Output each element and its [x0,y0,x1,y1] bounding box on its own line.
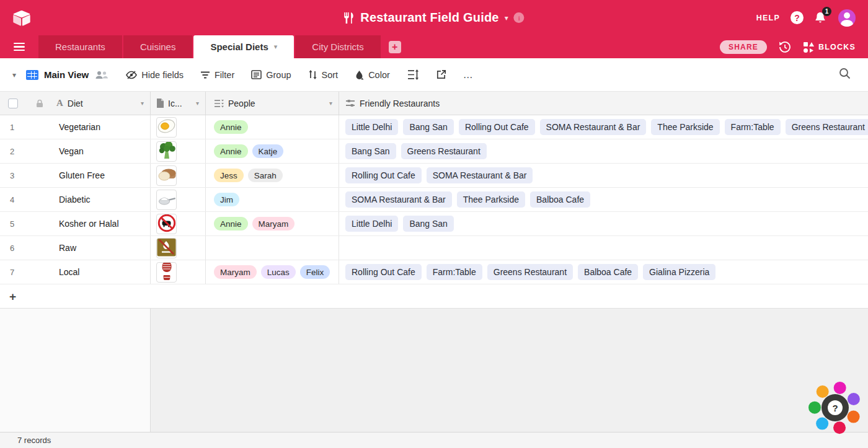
linked-record-chip[interactable]: Greens Restaurant [786,119,868,135]
cell-diet[interactable]: Raw [56,236,151,260]
hide-fields-button[interactable]: Hide fields [126,70,184,80]
cell-diet[interactable]: Gluten Free [56,164,151,187]
linked-record-chip[interactable]: Gialina Pizzeria [643,264,715,280]
color-button[interactable]: Color [355,70,390,80]
attachment-thumbnail[interactable] [156,190,177,210]
chevron-down-icon[interactable]: ▾ [505,14,508,22]
cell-friendly-restaurants[interactable] [339,236,868,260]
cell-people[interactable]: Annie [206,115,339,139]
chevron-down-icon[interactable]: ▾ [329,100,332,107]
cell-friendly-restaurants[interactable]: Rolling Out CafeSOMA Restaurant & Bar [339,164,868,187]
linked-record-chip[interactable]: Thee Parkside [457,191,525,208]
cell-friendly-restaurants[interactable]: SOMA Restaurant & BarThee ParksideBalboa… [339,188,868,211]
attachment-thumbnail[interactable] [156,117,177,138]
attachment-thumbnail[interactable] [156,141,177,162]
attachment-thumbnail[interactable] [156,165,177,186]
chevron-down-icon[interactable]: ▾ [274,43,278,51]
linked-record-chip[interactable]: Farm:Table [725,119,781,135]
hamburger-menu-icon[interactable] [0,35,38,58]
cell-diet[interactable]: Diabetic [56,188,151,211]
cell-people[interactable] [206,236,339,260]
cell-people[interactable]: JessSarah [206,164,339,187]
person-tag[interactable]: Felix [300,265,330,279]
tab-cuisines[interactable]: Cuisines [123,35,193,58]
row-height-icon[interactable] [407,69,419,80]
row-number[interactable]: 5 [0,212,56,235]
search-button[interactable] [839,68,856,82]
cell-diet[interactable]: Vegan [56,139,151,163]
linked-record-chip[interactable]: Rolling Out Cafe [345,167,422,183]
cell-diet[interactable]: Kosher or Halal [56,212,151,235]
notifications-button[interactable]: 1 [814,11,828,25]
cell-friendly-restaurants[interactable]: Little DelhiBang SanRolling Out CafeSOMA… [339,115,868,139]
cell-friendly-restaurants[interactable]: Bang SanGreens Restaurant [339,139,868,163]
person-tag[interactable]: Jim [214,193,239,206]
linked-record-chip[interactable]: SOMA Restaurant & Bar [345,191,452,208]
person-tag[interactable]: Katje [252,144,284,158]
page-title[interactable]: Restaurant Field Guide [360,11,498,25]
sort-button[interactable]: Sort [308,70,339,80]
filter-button[interactable]: Filter [200,70,234,80]
cell-icon[interactable] [151,212,206,235]
open-view-icon[interactable] [436,69,446,80]
help-button[interactable]: HELP [756,14,780,22]
cell-friendly-restaurants[interactable]: Little DelhiBang San [339,212,868,235]
attachment-thumbnail[interactable] [156,214,177,234]
view-name[interactable]: Main View [44,69,89,80]
linked-record-chip[interactable]: Bang San [403,119,454,135]
collapse-sidebar-icon[interactable]: ▾ [12,71,16,79]
cell-friendly-restaurants[interactable]: Rolling Out CafeFarm:TableGreens Restaur… [339,260,868,284]
cell-icon[interactable] [151,236,206,260]
linked-record-chip[interactable]: Greens Restaurant [487,264,573,280]
row-number[interactable]: 7 [0,260,56,284]
cell-icon[interactable] [151,188,206,211]
linked-record-chip[interactable]: Greens Restaurant [401,143,487,159]
person-tag[interactable]: Lucas [261,265,296,279]
linked-record-chip[interactable]: Bang San [345,143,396,159]
blocks-button[interactable]: BLOCKS [803,42,856,53]
cell-icon[interactable] [151,164,206,187]
collaborators-icon[interactable] [95,70,108,80]
linked-record-chip[interactable]: Little Delhi [345,216,398,232]
linked-record-chip[interactable]: Little Delhi [345,119,398,135]
row-number[interactable]: 6 [0,236,56,260]
linked-record-chip[interactable]: Thee Parkside [651,119,719,135]
cell-people[interactable]: Jim [206,188,339,211]
person-tag[interactable]: Jess [214,169,244,182]
avatar[interactable] [838,9,856,27]
person-tag[interactable]: Annie [214,144,248,158]
tab-restaurants[interactable]: Restaurants [38,35,122,58]
column-header-people[interactable]: People ▾ [206,92,339,115]
linked-record-chip[interactable]: Rolling Out Cafe [345,264,422,280]
linked-record-chip[interactable]: Bang San [403,216,454,232]
add-row-button[interactable]: + [0,284,868,309]
add-table-button[interactable]: + [386,35,404,58]
group-button[interactable]: Group [251,70,291,80]
select-all-checkbox[interactable] [8,99,18,108]
row-number[interactable]: 2 [0,139,56,163]
row-number[interactable]: 1 [0,115,56,139]
linked-record-chip[interactable]: Balboa Cafe [578,264,638,280]
person-tag[interactable]: Maryam [252,217,295,231]
tab-special-diets[interactable]: Special Diets▾ [193,35,294,58]
row-number[interactable]: 4 [0,188,56,211]
share-button[interactable]: SHARE [720,40,767,54]
cell-diet[interactable]: Vegetarian [56,115,151,139]
cell-icon[interactable] [151,115,206,139]
person-tag[interactable]: Sarah [248,169,283,182]
column-header-diet[interactable]: A Diet ▾ [56,92,151,115]
cell-people[interactable]: MaryamLucasFelix [206,260,339,284]
row-number[interactable]: 3 [0,164,56,187]
help-widget-center[interactable]: ? [822,394,849,421]
linked-record-chip[interactable]: Balboa Cafe [530,191,590,208]
linked-record-chip[interactable]: Farm:Table [427,264,482,280]
more-options-icon[interactable]: … [463,69,474,81]
cell-icon[interactable] [151,260,206,284]
tab-city-districts[interactable]: City Districts [295,35,380,58]
cell-people[interactable]: AnnieKatje [206,139,339,163]
help-widget[interactable]: ? [807,380,863,436]
linked-record-chip[interactable]: Rolling Out Cafe [459,119,535,135]
cell-icon[interactable] [151,139,206,163]
cell-people[interactable]: AnnieMaryam [206,212,339,235]
person-tag[interactable]: Maryam [214,265,257,279]
